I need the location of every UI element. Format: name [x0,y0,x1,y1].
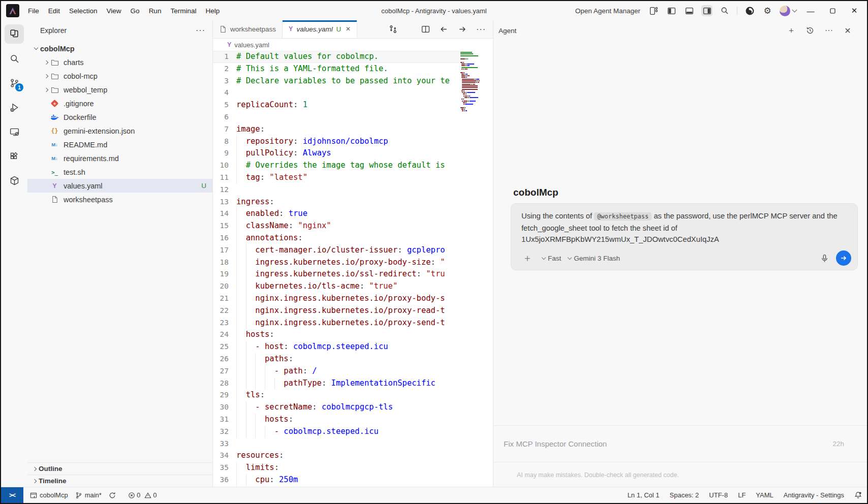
code-line[interactable]: 9 pullPolicy: Always [213,147,459,160]
activity-source-control-icon[interactable]: 1 [5,73,24,92]
open-changes-icon[interactable] [389,25,397,34]
code-line[interactable]: 10 # Overrides the image tag whose defau… [213,160,459,172]
menu-edit[interactable]: Edit [44,5,65,17]
breadcrumb-file[interactable]: values.yaml [234,41,269,49]
menu-terminal[interactable]: Terminal [166,5,201,17]
remote-indicator[interactable]: >< [1,487,23,503]
status-yaml[interactable]: YAML [751,491,778,499]
editor-more-actions-icon[interactable]: ··· [476,25,486,34]
tree-item-dockerfile[interactable]: Dockerfile [27,110,212,124]
settings-gear-icon[interactable]: ⚙ [762,5,773,16]
code-line[interactable]: 1# Default values for cobolmcp. [213,51,459,63]
explorer-more-actions-icon[interactable]: ··· [196,26,205,35]
activity-remote-explorer-icon[interactable] [5,122,24,141]
layout-grid-icon[interactable] [648,5,659,16]
tree-item-charts[interactable]: charts [27,55,212,69]
status-sync-icon[interactable] [105,487,119,503]
tab-close-icon[interactable]: ✕ [346,25,351,33]
code-line[interactable]: 14 enabled: true [213,208,459,220]
tree-item-requirements-md[interactable]: M↓requirements.md [27,151,212,165]
tree-item-cobolmcp[interactable]: cobolMcp [27,42,212,55]
maximize-button[interactable] [825,4,840,18]
new-conversation-icon[interactable]: ＋ [786,25,796,36]
navigate-forward-icon[interactable] [458,25,467,34]
code-line[interactable]: 8 repository: idjohnson/cobolmcp [213,136,459,148]
minimize-button[interactable]: — [803,4,818,18]
code-line[interactable]: 16 annotations: [213,232,459,244]
breadcrumb[interactable]: Y values.yaml [213,39,493,51]
code-line[interactable]: 4 [213,87,459,99]
status-spaces-2[interactable]: Spaces: 2 [665,491,704,499]
search-icon[interactable] [719,5,730,16]
menu-view[interactable]: View [102,5,126,17]
open-agent-manager-button[interactable]: Open Agent Manager [575,7,640,15]
status-branch[interactable]: main* [72,487,105,503]
code-line[interactable]: 20 kubernetes.io/tls-acme: "true" [213,280,459,293]
tree-item-gemini-extension-json[interactable]: {}gemini-extension.json [27,124,212,138]
code-line[interactable]: 28 pathType: ImplementationSpecific [213,377,459,390]
status-project[interactable]: cobolMcp [26,487,72,503]
menu-run[interactable]: Run [144,5,166,17]
code-line[interactable]: 31 hosts: [213,414,459,426]
code-line[interactable]: 17 cert-manager.io/cluster-issuer: gcple… [213,244,459,257]
code-line[interactable]: 2# This is a YAML-formatted file. [213,63,459,75]
split-editor-icon[interactable] [421,25,430,34]
tree-item--gitignore[interactable]: .gitignore [27,97,212,110]
code-line[interactable]: 22 nginx.ingress.kubernetes.io/proxy-rea… [213,305,459,317]
activity-explorer-icon[interactable] [5,24,24,44]
tree-item-worksheetpass[interactable]: worksheetpass [27,193,212,206]
code-line[interactable]: 6 [213,111,459,123]
activity-package-icon[interactable] [5,171,24,190]
code-line[interactable]: 29 tls: [213,389,459,401]
notifications-bell-icon[interactable] [849,491,867,499]
history-item[interactable]: Fix MCP Inspector Connection 22h [493,425,867,462]
menu-selection[interactable]: Selection [65,5,102,17]
status-lf[interactable]: LF [733,491,751,499]
activity-run-debug-icon[interactable] [5,98,24,117]
status-ln-1-col-1[interactable]: Ln 1, Col 1 [623,491,665,499]
agent-more-actions-icon[interactable]: ··· [824,25,834,36]
status-antigravity-settings[interactable]: Antigravity - Settings [779,491,849,499]
agent-close-icon[interactable]: ✕ [843,25,853,36]
code-line[interactable]: 27 - path: / [213,365,459,377]
user-avatar[interactable] [780,6,790,16]
menu-file[interactable]: File [23,5,44,17]
code-line[interactable]: 23 nginx.ingress.kubernetes.io/proxy-sen… [213,317,459,329]
toggle-secondary-sidebar-icon[interactable] [701,5,712,16]
toggle-panel-icon[interactable] [684,5,695,16]
navigate-back-icon[interactable] [440,25,448,34]
add-context-button[interactable]: ＋ [519,251,535,265]
account-menu[interactable] [780,6,796,16]
code-line[interactable]: 11 tag: "latest" [213,172,459,184]
code-line[interactable]: 30 - secretName: cobolmcpgcp-tls [213,401,459,414]
code-line[interactable]: 34resources: [213,450,459,462]
tab-values-yaml[interactable]: Yvalues.yamlU✕ [283,20,357,38]
history-icon[interactable] [805,25,815,36]
code-line[interactable]: 26 paths: [213,353,459,365]
send-button[interactable] [836,250,851,266]
tree-item-webbol-temp[interactable]: webbol_temp [27,83,212,97]
close-button[interactable]: ✕ [847,4,862,18]
code-line[interactable]: 7image: [213,123,459,136]
timeline-section[interactable]: Timeline [27,475,212,487]
activity-extensions-icon[interactable] [5,146,24,166]
mode-selector[interactable]: Fast [542,255,561,262]
toggle-primary-sidebar-icon[interactable] [666,5,677,16]
file-mention-chip[interactable]: @worksheetpass [594,212,652,220]
code-line[interactable]: 33 [213,438,459,450]
menu-go[interactable]: Go [126,5,144,17]
code-line[interactable]: 12 [213,184,459,196]
code-line[interactable]: 35 limits: [213,462,459,474]
code-line[interactable]: 5replicaCount: 1 [213,99,459,111]
status-problems[interactable]: 0 0 [125,487,160,503]
code-line[interactable]: 25 - host: cobolmcp.steeped.icu [213,341,459,353]
tree-item-readme-md[interactable]: M↓README.md [27,138,212,151]
code-line[interactable]: 15 className: "nginx" [213,220,459,232]
menu-help[interactable]: Help [201,5,224,17]
tree-item-values-yaml[interactable]: Yvalues.yamlU [27,179,212,193]
tree-item-test-sh[interactable]: >_test.sh [27,165,212,179]
tab-worksheetpass[interactable]: worksheetpass [213,20,283,38]
code-line[interactable]: 36 cpu: 250m [213,474,459,486]
user-message-card[interactable]: Using the contents of @worksheetpass as … [511,203,858,270]
code-line[interactable]: 18 ingress.kubernetes.io/proxy-body-size… [213,257,459,269]
